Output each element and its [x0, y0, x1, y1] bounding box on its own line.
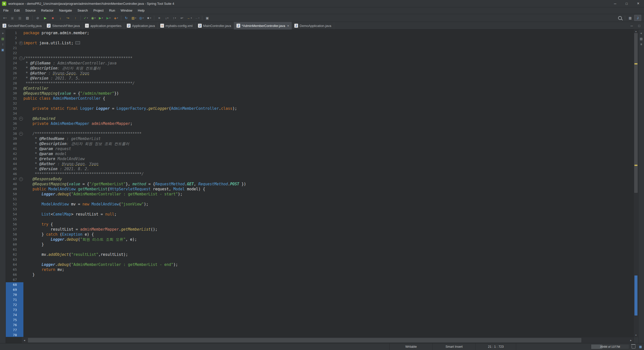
tab-application-java[interactable]: JApplication.java	[124, 22, 158, 29]
code-line[interactable]: 78	[6, 333, 633, 337]
fold-toggle-icon[interactable]: −	[19, 117, 23, 121]
tab-demoapplication-java[interactable]: JDemoApplication.java	[292, 22, 334, 29]
menu-source[interactable]: Source	[22, 7, 38, 14]
line-number[interactable]: 46	[6, 171, 18, 177]
line-number[interactable]: 44	[6, 161, 18, 166]
code-editor[interactable]: 1package program.admin.member;23+import …	[6, 29, 633, 337]
save-all-button[interactable]: ▦	[16, 15, 23, 21]
code-line[interactable]: 2	[6, 36, 633, 41]
line-number[interactable]: 48	[6, 182, 18, 187]
new-java-class-button[interactable]: ◎▾	[138, 15, 145, 21]
code-line[interactable]: 22	[6, 51, 633, 56]
scroll-left-icon[interactable]: ◂	[22, 337, 27, 343]
code-line[interactable]: 34	[6, 111, 633, 116]
code-line[interactable]: 72	[6, 302, 633, 307]
code-line[interactable]: 74	[6, 312, 633, 318]
code-line[interactable]: 46 *************************************…	[6, 171, 633, 177]
line-number[interactable]: 1	[6, 30, 18, 36]
line-number[interactable]: 57	[6, 227, 18, 232]
junit-view-minimized-icon[interactable]: ▣	[1, 48, 5, 52]
line-number[interactable]: 64	[6, 262, 18, 267]
collapsed-region-icon[interactable]	[75, 41, 80, 44]
pin-editor-button[interactable]: ▣	[204, 15, 211, 21]
code-line[interactable]: 57 resultList = adminMemberMapper.getMem…	[6, 227, 633, 232]
line-number[interactable]: 41	[6, 146, 18, 151]
spelling-warning-mark[interactable]	[634, 165, 637, 166]
close-button[interactable]: ×	[632, 0, 644, 7]
code-line[interactable]: 29@Controller	[6, 86, 633, 91]
package-explorer-minimized-icon[interactable]: ▤	[1, 37, 5, 41]
debug-button[interactable]: ◉▾	[90, 15, 97, 21]
new-java-project-button[interactable]: ▧▾	[130, 15, 137, 21]
code-line[interactable]: 50 Logger.debug("AdminMemberController :…	[6, 192, 633, 197]
code-line[interactable]: 66 }	[6, 272, 633, 277]
type-hierarchy-minimized-icon[interactable]: ↕	[1, 42, 5, 47]
line-number[interactable]: 58	[6, 232, 18, 237]
line-number[interactable]: 69	[6, 287, 18, 292]
tab-close-icon[interactable]: ×	[287, 24, 289, 28]
line-number[interactable]: 59	[6, 237, 18, 242]
tab-adminmembercontroller-java[interactable]: J*AdminMemberController.java×	[234, 22, 292, 29]
fold-toggle-icon[interactable]: +	[19, 41, 23, 45]
last-edit-location-button[interactable]: ↩	[178, 15, 185, 21]
line-number[interactable]: 50	[6, 192, 18, 197]
line-number[interactable]: 47	[6, 177, 18, 182]
menu-navigate[interactable]: Navigate	[56, 7, 75, 14]
menu-window[interactable]: Window	[118, 7, 135, 14]
menu-file[interactable]: File	[1, 7, 11, 14]
code-line[interactable]: 33 private static final Logger Logger = …	[6, 106, 633, 111]
code-line[interactable]: 65 return mv;	[6, 267, 633, 272]
open-perspective-button[interactable]: ▦	[627, 15, 634, 21]
code-line[interactable]: 31public class AdminMemberController {	[6, 96, 633, 101]
menu-project[interactable]: Project	[91, 7, 106, 14]
code-line[interactable]: 51	[6, 197, 633, 202]
code-line[interactable]: 49 public ModelAndView getMemberList(Htt…	[6, 187, 633, 192]
code-line[interactable]: 70	[6, 292, 633, 297]
line-number[interactable]: 42	[6, 151, 18, 156]
run-button[interactable]: ▶▾	[97, 15, 104, 21]
step-into-button[interactable]: ↓	[57, 15, 64, 21]
line-number[interactable]: 60	[6, 242, 18, 247]
update-project-button[interactable]: ↻	[123, 15, 130, 21]
code-line[interactable]: 38− /***********************************…	[6, 131, 633, 136]
code-line[interactable]: 3+import java.util.List;	[6, 41, 633, 46]
line-number[interactable]: 65	[6, 267, 18, 272]
code-line[interactable]: 56 try {	[6, 222, 633, 227]
line-number[interactable]: 39	[6, 136, 18, 141]
line-number[interactable]: 31	[6, 96, 18, 101]
maximize-button[interactable]: □	[621, 0, 632, 7]
line-number[interactable]: 34	[6, 111, 18, 116]
line-number[interactable]: 26	[6, 71, 18, 76]
tab-application-properties[interactable]: ≡application.properties	[83, 22, 124, 29]
search-button[interactable]	[616, 15, 623, 21]
line-number[interactable]: 30	[6, 91, 18, 96]
step-return-button[interactable]: ↑	[72, 15, 79, 21]
code-line[interactable]: 64 Logger.debug("AdminMemberController :…	[6, 262, 633, 267]
save-button[interactable]: ▣	[9, 15, 16, 21]
line-number[interactable]: 32	[6, 101, 18, 106]
code-line[interactable]: 21	[6, 46, 633, 51]
code-line[interactable]: 36 private AdminMemberMapper adminMember…	[6, 121, 633, 126]
horizontal-scroll-track[interactable]	[27, 337, 628, 343]
code-line[interactable]: 60 }	[6, 242, 633, 247]
step-over-button[interactable]: ↪	[64, 15, 71, 21]
line-number[interactable]: 53	[6, 207, 18, 212]
tab-sitemeshfilter-java[interactable]: JSitemeshFilter.java	[44, 22, 83, 29]
line-number[interactable]: 77	[6, 328, 18, 333]
line-number[interactable]: 27	[6, 76, 18, 81]
horizontal-scroll-thumb[interactable]	[28, 338, 581, 342]
code-line[interactable]: 27 * @Version : 2021. 7. 5.	[6, 76, 633, 81]
horizontal-scrollbar[interactable]: ◂ ▸	[22, 337, 633, 343]
line-number[interactable]: 54	[6, 212, 18, 217]
external-tools-button[interactable]: ◈▾	[112, 15, 119, 21]
code-line[interactable]: 26 * @Author : Hyung-Seon. Yoon	[6, 71, 633, 76]
line-number[interactable]: 21	[6, 46, 18, 51]
code-line[interactable]: 77	[6, 328, 633, 333]
terminate-button[interactable]: ■	[49, 15, 56, 21]
line-number[interactable]: 43	[6, 156, 18, 161]
code-line[interactable]: 37	[6, 126, 633, 131]
line-number[interactable]: 75	[6, 318, 18, 323]
line-number[interactable]: 62	[6, 252, 18, 257]
code-line[interactable]: 69	[6, 287, 633, 292]
line-number[interactable]: 28	[6, 81, 18, 86]
